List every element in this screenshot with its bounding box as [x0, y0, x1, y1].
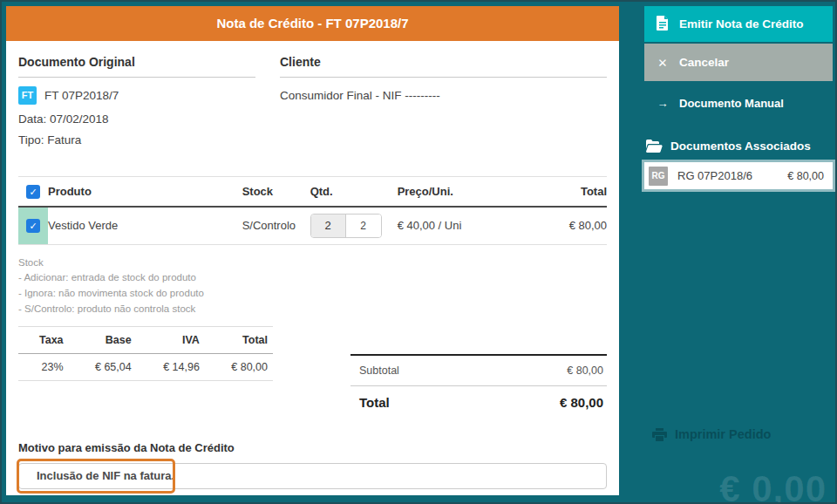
- products-table: ✓ Produto Stock Qtd. Preço/Uni. Total ✓: [18, 176, 607, 245]
- col-header-total: Total: [502, 177, 607, 207]
- reason-input[interactable]: [18, 463, 607, 489]
- tax-header-total: Total: [205, 326, 273, 353]
- original-document-section: Documento Original FT FT 07P2018/7 Data:…: [18, 55, 255, 146]
- original-document-number: FT 07P2018/7: [44, 89, 119, 102]
- tax-header-taxa: Taxa: [18, 326, 69, 353]
- client-title: Cliente: [280, 55, 607, 78]
- credit-note-panel: Nota de Crédito - FT 07P2018/7 Documento…: [6, 6, 619, 495]
- client-section: Cliente Consumidor Final - NIF ---------: [280, 55, 607, 146]
- receipt-type-badge: RG: [649, 167, 668, 186]
- select-all-checkbox[interactable]: ✓: [26, 185, 40, 199]
- associated-documents-title: Documentos Associados: [670, 140, 811, 153]
- total-value: € 80,00: [560, 395, 603, 410]
- action-sidebar: Emitir Nota de Crédito ✕ Cancelar → Docu…: [619, 2, 835, 502]
- cancel-button-label: Cancelar: [679, 56, 729, 69]
- col-header-stock: Stock: [242, 177, 310, 207]
- product-row-checkbox[interactable]: ✓: [26, 219, 40, 233]
- tax-table: Taxa Base IVA Total 23% € 65,04 € 14,96 …: [18, 326, 273, 381]
- associated-document-row[interactable]: RG RG 07P2018/6 € 80,00: [644, 162, 833, 189]
- client-name: Consumidor Final - NIF ---------: [280, 89, 607, 102]
- tax-base: € 65,04: [69, 353, 137, 380]
- page-title: Nota de Crédito - FT 07P2018/7: [6, 6, 619, 41]
- associated-document-number: RG 07P2018/6: [677, 169, 752, 182]
- document-type-badge: FT: [18, 86, 37, 105]
- product-row: ✓ Vestido Verde S/Controlo 2 € 40,00 / U…: [18, 207, 607, 245]
- subtotal-label: Subtotal: [359, 364, 399, 377]
- stock-legend-line: - S/Controlo: produto não controla stock: [18, 302, 607, 317]
- tax-header-base: Base: [69, 326, 137, 353]
- product-total: € 80,00: [502, 207, 607, 245]
- quantity-input[interactable]: [346, 215, 381, 237]
- col-header-qtd: Qtd.: [310, 177, 398, 207]
- product-stock-mode: S/Controlo: [242, 207, 310, 245]
- total-label: Total: [359, 395, 390, 410]
- products-header-row: ✓ Produto Stock Qtd. Preço/Uni. Total: [18, 177, 607, 207]
- product-name: Vestido Verde: [48, 207, 242, 245]
- quantity-stepper: 2: [310, 214, 382, 238]
- print-order-button-dimmed: Imprimir Pedido: [652, 427, 771, 441]
- stock-legend-line: - Adicionar: entrada de stock do produto: [18, 270, 607, 286]
- close-icon: ✕: [656, 56, 670, 70]
- emit-button-label: Emitir Nota de Crédito: [679, 17, 804, 31]
- col-header-produto: Produto: [48, 177, 242, 207]
- arrow-right-icon: →: [656, 97, 670, 110]
- original-document-title: Documento Original: [18, 55, 255, 78]
- document-icon: [656, 16, 670, 33]
- printer-icon: [652, 428, 667, 441]
- tax-header-row: Taxa Base IVA Total: [18, 326, 273, 353]
- manual-document-label: Documento Manual: [679, 97, 784, 110]
- reason-section: Motivo para emissão da Nota de Crédito: [18, 441, 607, 489]
- tax-total: € 80,00: [205, 353, 273, 380]
- tax-rate: 23%: [18, 353, 69, 380]
- totals-summary: Subtotal € 80,00 Total € 80,00: [350, 354, 607, 419]
- associated-document-amount: € 80,00: [787, 170, 824, 182]
- product-unit-price: € 40,00 / Uni: [398, 207, 502, 245]
- running-total-dimmed: € 0,00: [719, 468, 827, 504]
- print-order-label: Imprimir Pedido: [675, 427, 771, 441]
- cancel-button[interactable]: ✕ Cancelar: [644, 44, 833, 81]
- original-document-type: Tipo: Fatura: [18, 133, 255, 146]
- stock-legend-title: Stock: [18, 255, 607, 271]
- reason-label: Motivo para emissão da Nota de Crédito: [18, 441, 607, 454]
- stock-legend: Stock - Adicionar: entrada de stock do p…: [18, 255, 607, 317]
- subtotal-value: € 80,00: [567, 364, 603, 377]
- credit-note-window: Nota de Crédito - FT 07P2018/7 Documento…: [0, 0, 837, 504]
- manual-document-link[interactable]: → Documento Manual: [644, 97, 833, 110]
- folder-icon: [646, 140, 663, 153]
- associated-documents-header: Documentos Associados: [646, 140, 833, 153]
- tax-row: 23% € 65,04 € 14,96 € 80,00: [18, 353, 273, 380]
- tax-iva: € 14,96: [137, 353, 205, 380]
- quantity-display: 2: [311, 215, 346, 237]
- emit-credit-note-button[interactable]: Emitir Nota de Crédito: [644, 6, 833, 42]
- original-document-date: Data: 07/02/2018: [18, 112, 255, 126]
- col-header-preco: Preço/Uni.: [398, 177, 502, 207]
- tax-header-iva: IVA: [137, 326, 205, 353]
- stock-legend-line: - Ignora: não movimenta stock do produto: [18, 286, 607, 302]
